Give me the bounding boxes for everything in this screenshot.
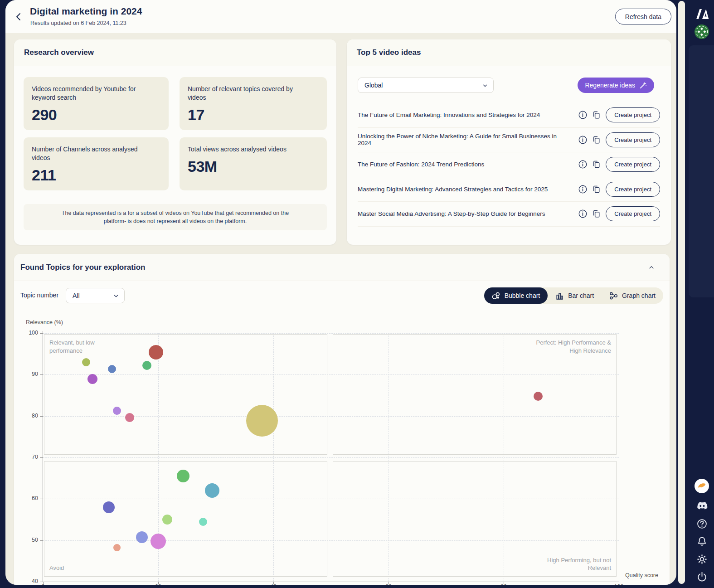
chart-bubble[interactable] [246, 405, 278, 437]
back-button[interactable] [12, 10, 25, 24]
info-button[interactable] [576, 158, 589, 171]
product-logo-icon [694, 478, 709, 494]
region-select-value: Global [364, 82, 383, 89]
sidebar-panel [689, 45, 714, 297]
copy-icon [592, 160, 601, 169]
chart-bubble[interactable] [177, 470, 189, 482]
scrollbar[interactable] [678, 1, 685, 584]
copy-button[interactable] [589, 108, 603, 122]
chart-bubble[interactable] [125, 413, 134, 422]
tab-label: Graph chart [622, 292, 656, 299]
stat-label: Number of Channels across analysed video… [32, 145, 145, 162]
collapse-section-button[interactable] [645, 261, 658, 274]
video-idea-title: The Future of Fashion: 2024 Trend Predic… [358, 161, 576, 168]
y-tick-label: 90 [22, 371, 38, 377]
video-idea-list: The Future of Email Marketing: Innovatio… [358, 103, 660, 227]
copy-button[interactable] [589, 207, 603, 221]
info-button[interactable] [576, 182, 589, 196]
tab-bar-chart[interactable]: Bar chart [548, 287, 602, 304]
x-tick-label: 60 [382, 583, 395, 585]
research-overview-title: Research overview [24, 48, 94, 57]
y-tick-label: 80 [22, 413, 38, 419]
create-project-button[interactable]: Create project [606, 132, 660, 147]
tab-bubble-chart[interactable]: Bubble chart [484, 287, 548, 304]
create-project-button[interactable]: Create project [606, 157, 660, 172]
y-axis-line [43, 331, 43, 582]
notifications-button[interactable] [694, 534, 709, 549]
power-button[interactable] [694, 569, 709, 584]
create-project-button[interactable]: Create project [606, 107, 660, 122]
stat-grid: Videos recommended by Youtube for keywor… [24, 77, 327, 190]
y-tick-label: 100 [22, 330, 38, 336]
create-project-button[interactable]: Create project [606, 182, 660, 197]
chart-bubble[interactable] [149, 345, 163, 360]
copy-button[interactable] [589, 158, 603, 171]
tab-graph-chart[interactable]: Graph chart [602, 287, 663, 304]
stat-tile: Number of Channels across analysed video… [24, 137, 169, 190]
info-icon [578, 209, 588, 219]
info-button[interactable] [576, 108, 589, 122]
copy-icon [592, 135, 601, 145]
chart-bubble[interactable] [142, 361, 151, 370]
info-icon [578, 185, 588, 194]
chevron-down-icon [482, 83, 488, 89]
chart-bubble[interactable] [113, 544, 121, 551]
x-tick-label: 100 [612, 583, 626, 585]
found-topics-title: Found Topics for your exploration [20, 263, 645, 272]
x-tick-label: 0 [36, 583, 50, 585]
y-tick-label: 60 [22, 495, 38, 501]
discord-button[interactable] [694, 498, 709, 514]
settings-button[interactable] [694, 551, 709, 567]
quadrant-bottom-right: High Performing, but not Relevant [333, 461, 617, 577]
regenerate-ideas-button[interactable]: Regenerate ideas [578, 78, 654, 93]
video-idea-row: Unlocking the Power of Niche Marketing: … [358, 128, 660, 153]
copy-button[interactable] [589, 133, 603, 146]
video-idea-row: The Future of Fashion: 2024 Trend Predic… [358, 152, 660, 177]
stat-value: 290 [32, 106, 160, 124]
stat-tile: Number of relevant topics covered by vid… [180, 77, 327, 130]
copy-icon [592, 110, 601, 120]
chart-bubble[interactable] [113, 407, 121, 415]
refresh-data-button[interactable]: Refresh data [615, 9, 671, 24]
stat-label: Total views across analysed videos [188, 145, 301, 154]
topic-number-select[interactable]: All [66, 288, 125, 303]
video-idea-row: Mastering Digital Marketing: Advanced St… [358, 177, 660, 202]
video-idea-title: Mastering Digital Marketing: Advanced St… [358, 186, 576, 193]
x-tick-label: 20 [151, 583, 165, 585]
brand-logo [694, 6, 709, 22]
info-button[interactable] [576, 133, 589, 146]
main-content: Digital marketing in 2024 Results update… [5, 0, 676, 585]
chart-bubble[interactable] [534, 392, 543, 401]
product-logo-button[interactable] [694, 478, 709, 494]
tab-label: Bubble chart [505, 292, 540, 299]
regenerate-ideas-label: Regenerate ideas [585, 82, 635, 89]
workspace-badge[interactable] [694, 24, 709, 39]
app-root: Digital marketing in 2024 Results update… [0, 0, 714, 588]
chart-bubble[interactable] [103, 501, 115, 513]
green-badge-icon [694, 24, 709, 39]
tab-label: Bar chart [568, 292, 594, 299]
info-button[interactable] [576, 207, 589, 221]
help-icon [696, 518, 708, 530]
video-ideas-card: Top 5 video ideas Global Regenerate idea… [347, 39, 671, 245]
y-axis-title: Relevance (%) [26, 319, 63, 326]
bubble-plot: 405060708090100020406080100Relevant, but… [43, 333, 619, 582]
h-gridline [43, 333, 619, 334]
found-topics-controls: Topic number All Bubble chart [14, 287, 670, 304]
topic-number-label: Topic number [20, 292, 58, 299]
create-project-button[interactable]: Create project [606, 206, 660, 221]
found-topics-header: Found Topics for your exploration [14, 254, 670, 281]
copy-button[interactable] [589, 182, 603, 196]
copy-icon [592, 209, 601, 219]
y-tick-label: 50 [22, 537, 38, 543]
chart-bubble[interactable] [199, 518, 207, 526]
stat-tile: Videos recommended by Youtube for keywor… [24, 77, 169, 130]
help-button[interactable] [694, 516, 709, 531]
video-idea-row: The Future of Email Marketing: Innovatio… [358, 103, 660, 128]
discord-icon [695, 500, 708, 512]
x-axis-title: Quality score [625, 572, 658, 578]
top-bar: Digital marketing in 2024 Results update… [5, 0, 676, 33]
region-select[interactable]: Global [358, 78, 494, 93]
research-overview-card: Research overview Videos recommended by … [14, 39, 336, 245]
chevron-left-icon [15, 13, 22, 21]
